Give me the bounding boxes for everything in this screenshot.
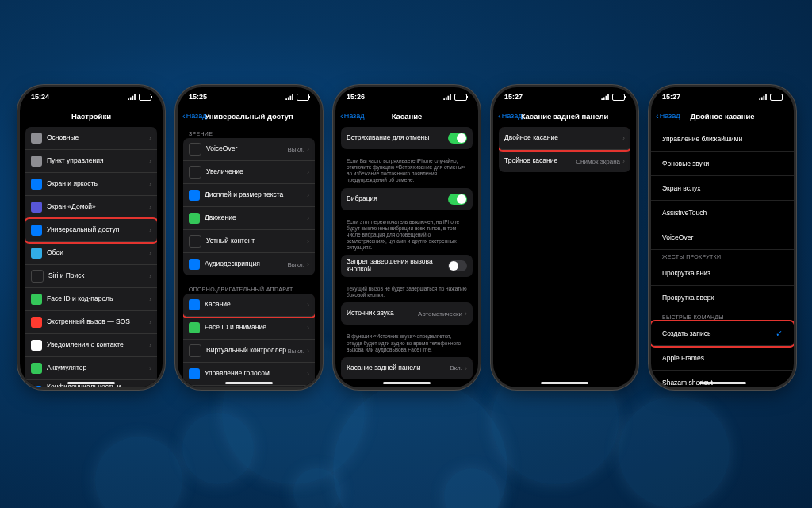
notch <box>63 87 120 102</box>
settings-row[interactable]: Основные› <box>25 127 157 150</box>
chevron-right-icon: › <box>307 191 309 199</box>
chevron-left-icon: ‹ <box>656 112 659 121</box>
row-label: Дисплей и размер текста <box>205 191 307 199</box>
settings-row[interactable]: Уведомления о контакте› <box>25 334 157 357</box>
option-row[interactable]: Shazam shortcut <box>651 371 794 387</box>
option-row[interactable]: Создать запись✓ <box>651 321 794 346</box>
home-indicator[interactable] <box>383 382 431 384</box>
option-label: Прокрутка вниз <box>662 269 783 277</box>
settings-row[interactable]: VoiceOverВыкл.› <box>183 138 315 161</box>
notch <box>536 87 593 102</box>
home-indicator[interactable] <box>541 382 588 384</box>
row-icon <box>31 386 42 387</box>
settings-row[interactable]: Касание› <box>183 294 315 317</box>
settings-row[interactable]: Face ID и код-пароль› <box>25 288 157 311</box>
row-icon <box>31 270 44 283</box>
row-label: Уведомления о контакте <box>47 341 149 349</box>
back-label: Назад <box>660 112 680 120</box>
option-row[interactable]: Apple Frames <box>651 346 794 371</box>
row-icon <box>31 202 42 213</box>
settings-row[interactable]: Встряхивание для отмены <box>341 127 473 149</box>
home-indicator[interactable] <box>67 382 115 384</box>
back-label: Назад <box>502 112 523 120</box>
back-button[interactable]: ‹ Назад <box>656 112 680 121</box>
settings-row[interactable]: Пункт управления› <box>25 150 157 173</box>
settings-row[interactable]: Боковая кнопка› <box>183 386 315 387</box>
settings-row[interactable]: Siri и Поиск› <box>25 265 157 288</box>
row-icon <box>189 299 200 310</box>
page-title: Касание задней панели <box>521 112 609 121</box>
option-list: Управление ближайшимиФоновые звукиЭкран … <box>651 127 794 387</box>
battery-icon <box>770 94 783 101</box>
settings-row[interactable]: Экран «Домой»› <box>25 196 157 219</box>
home-indicator[interactable] <box>225 382 273 384</box>
settings-row[interactable]: Дисплей и размер текста› <box>183 184 315 207</box>
settings-group: Встряхивание для отмены <box>341 127 473 149</box>
option-row[interactable]: AssistiveTouch <box>651 201 794 225</box>
option-label: Фоновые звуки <box>662 160 783 167</box>
settings-row[interactable]: Вибрация <box>341 188 473 210</box>
settings-row[interactable]: Обои› <box>25 242 157 265</box>
settings-row[interactable]: Тройное касаниеСнимок экрана› <box>499 150 630 172</box>
row-icon <box>31 340 42 351</box>
settings-row[interactable]: Универсальный доступ› <box>25 219 157 242</box>
settings-row[interactable]: Запрет завершения вызова кнопкой <box>341 255 473 277</box>
chevron-right-icon: › <box>307 260 309 268</box>
option-row[interactable]: Прокрутка вверх <box>651 286 794 310</box>
signal-icon <box>759 94 768 100</box>
settings-row[interactable]: Экстренный вызов — SOS› <box>25 311 157 334</box>
row-label: Источник звука <box>347 310 418 318</box>
settings-row[interactable]: АудиодескрипцияВыкл.› <box>183 253 315 275</box>
row-label: Пункт управления <box>47 157 149 165</box>
chevron-right-icon: › <box>149 295 151 303</box>
back-button[interactable]: ‹ Назад <box>340 112 364 121</box>
chevron-right-icon: › <box>622 134 625 142</box>
screen: Настройки Основные›Пункт управления›Экра… <box>20 106 163 387</box>
settings-row[interactable]: Виртуальный контроллерВыкл.› <box>183 340 315 363</box>
phone-doubletap: 15:27 ‹ Назад Двойное касание Управление… <box>651 87 794 387</box>
settings-row[interactable]: Движение› <box>183 207 315 230</box>
footer-text: Если Вы часто встряхиваете iPhone случай… <box>335 156 478 188</box>
footer-text: В функции «Источник звука» определяется,… <box>335 332 478 356</box>
settings-row[interactable]: Экран и яркость› <box>25 173 157 196</box>
toggle[interactable] <box>448 194 467 205</box>
toggle[interactable] <box>448 260 467 271</box>
row-label: Экстренный вызов — SOS <box>47 318 149 326</box>
row-icon <box>31 133 42 144</box>
settings-row[interactable]: Источник звукаАвтоматически› <box>341 302 473 325</box>
settings-row[interactable]: Увеличение› <box>183 161 315 184</box>
chevron-right-icon: › <box>307 301 309 309</box>
settings-row[interactable]: Двойное касание› <box>499 127 630 150</box>
bokeh <box>95 437 182 508</box>
signal-icon <box>285 94 294 100</box>
row-icon <box>189 190 200 201</box>
settings-row[interactable]: Аккумулятор› <box>25 357 157 380</box>
navbar: ‹ Назад Двойное касание <box>651 106 794 125</box>
settings-row[interactable]: Касание задней панелиВкл.› <box>341 357 473 379</box>
status-indicators <box>601 94 625 101</box>
row-value: Выкл. <box>287 348 304 355</box>
settings-row[interactable]: Face ID и внимание› <box>183 317 315 340</box>
chevron-right-icon: › <box>465 310 467 318</box>
option-row[interactable]: Прокрутка вниз <box>651 261 794 286</box>
chevron-right-icon: › <box>307 237 309 245</box>
section-header: ЗРЕНИЕ <box>178 127 320 138</box>
option-row[interactable]: Экран вслух <box>651 176 794 201</box>
footer-text: Коснитесь два или три раза задней поверх… <box>335 387 478 387</box>
back-button[interactable]: ‹ Назад <box>182 112 206 121</box>
chevron-right-icon: › <box>149 249 151 257</box>
chevron-left-icon: ‹ <box>182 112 186 121</box>
option-row[interactable]: VoiceOver <box>651 225 794 250</box>
row-icon <box>189 322 200 333</box>
row-label: Экран и яркость <box>47 180 149 188</box>
row-value: Выкл. <box>287 146 304 153</box>
footer-text: Текущий вызов не будет завершаться по на… <box>335 284 478 302</box>
settings-row[interactable]: Устный контент› <box>183 230 315 253</box>
chevron-right-icon: › <box>307 214 309 222</box>
phone-accessibility: 15:25 ‹ Назад Универсальный доступ ЗРЕНИ… <box>178 87 320 387</box>
option-row[interactable]: Фоновые звуки <box>651 152 794 176</box>
back-button[interactable]: ‹ Назад <box>498 112 522 121</box>
option-row[interactable]: Управление ближайшими <box>651 127 794 152</box>
home-indicator[interactable] <box>699 382 746 384</box>
toggle[interactable] <box>448 133 467 144</box>
